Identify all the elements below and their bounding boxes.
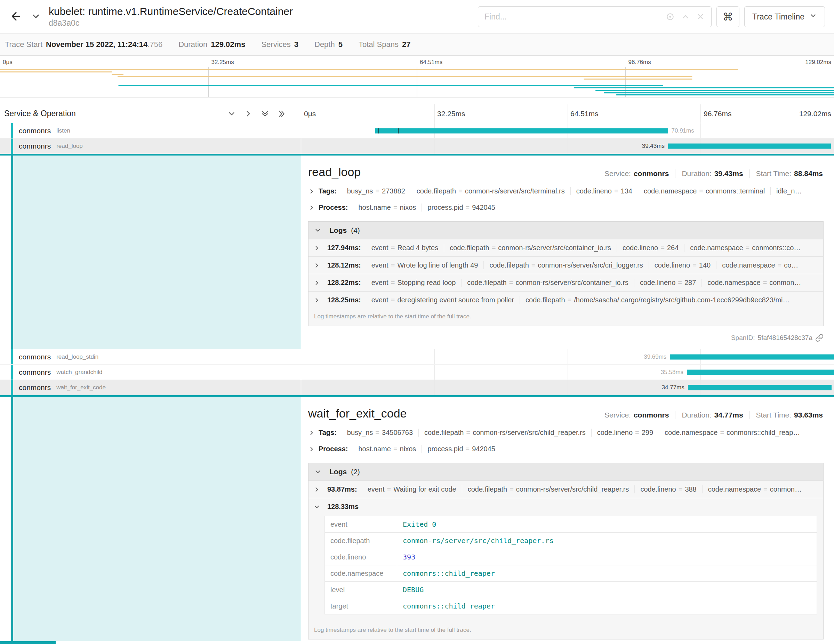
field-value: conmonrs::co… [752, 244, 801, 252]
log-entry[interactable]: 128.22ms:event=Stopping read loopcode.fi… [309, 274, 823, 291]
span-row[interactable]: conmonrsread_loop39.43ms [0, 139, 834, 154]
span-row[interactable]: conmonrsread_loop_stdin39.69ms [0, 350, 834, 365]
trace-summary-bar: Trace StartNovember 15 2022, 11:24:14.75… [0, 33, 834, 56]
collapse-one-icon[interactable] [227, 109, 236, 118]
field-value: conmonrs::child_reap… [727, 429, 800, 436]
field-value: conmonrs::child_reaper [397, 565, 817, 582]
clear-search-icon[interactable] [693, 13, 708, 21]
equals-sign: = [463, 204, 472, 211]
log-entry[interactable]: 93.87ms:event=Waiting for exit codecode.… [309, 481, 823, 498]
logs-section: Logs(4)127.94ms:event=Read 4 bytescode.f… [308, 221, 824, 326]
tag-item: busy_ns=34506763 [341, 429, 419, 437]
span-detail-title: read_loop [308, 165, 360, 179]
span-detail-header: read_loopService:conmonrsDuration:39.43m… [308, 165, 824, 179]
span-duration-bar[interactable] [687, 369, 834, 375]
span-row[interactable]: conmonrswatch_grandchild35.58ms [0, 365, 834, 380]
find-input[interactable] [478, 12, 663, 21]
span-timeline-cell[interactable]: 34.77ms [301, 380, 834, 395]
log-field: code.namespace=conmon… [702, 485, 807, 494]
timeline-tick: 64.51ms [571, 110, 598, 118]
tag-item: code.lineno=134 [571, 187, 638, 195]
chevron-right-icon[interactable] [314, 297, 320, 304]
key-value-table: eventExited 0code.filepathconmon-rs/serv… [325, 516, 817, 615]
log-field: code.namespace=conmon… [701, 279, 807, 287]
meta-duration: Duration:34.77ms [675, 411, 749, 419]
field-value: 393 [397, 549, 817, 565]
summary-item: Duration129.02ms [178, 40, 245, 49]
process-row-label: Process: [318, 445, 348, 453]
chevron-right-icon[interactable] [308, 446, 315, 453]
meta-service: Service:conmonrs [598, 170, 675, 178]
chevron-down-icon[interactable] [314, 503, 320, 510]
chevron-right-icon[interactable] [314, 279, 320, 286]
find-bar [478, 6, 711, 27]
log-field: code.lineno=388 [634, 485, 702, 494]
key-value-row: code.namespaceconmonrs::child_reaper [325, 565, 817, 582]
field-key: code.filepath [417, 187, 456, 195]
span-timeline-cell[interactable]: 39.43ms [301, 139, 834, 154]
span-timeline-cell[interactable]: 70.91ms [301, 123, 834, 138]
field-value: conmon-rs/server/src/container_io.rs [498, 244, 611, 252]
span-detail-meta: Service:conmonrsDuration:39.43msStart Ti… [598, 170, 824, 178]
span-name-cell[interactable]: conmonrsread_loop [0, 139, 301, 154]
logs-header[interactable]: Logs(4) [309, 222, 823, 239]
span-name-cell[interactable]: conmonrslisten [0, 123, 301, 138]
service-color-bar [11, 139, 13, 154]
process-row[interactable]: Process:host.name=nixosprocess.pid=94204… [308, 445, 824, 453]
span-name-cell[interactable]: conmonrsread_loop_stdin [0, 350, 301, 364]
tags-row[interactable]: Tags:busy_ns=273882code.filepath=conmon-… [308, 187, 824, 195]
tags-row[interactable]: Tags:busy_ns=34506763code.filepath=conmo… [308, 429, 824, 437]
field-key: code.filepath [450, 244, 489, 252]
chevron-down-icon [31, 11, 41, 23]
span-detail-gutter [0, 397, 301, 641]
chevron-right-icon[interactable] [308, 204, 315, 211]
collapse-all-icon[interactable] [260, 109, 270, 118]
copy-link-icon[interactable] [815, 334, 824, 342]
field-key: event [372, 261, 388, 269]
trace-view-selector[interactable]: Trace Timeline [744, 6, 825, 27]
field-key: code.lineno [622, 244, 658, 252]
chevron-right-icon[interactable] [314, 262, 320, 269]
logs-header[interactable]: Logs(2) [309, 463, 823, 481]
span-name-cell[interactable]: conmonrswait_for_exit_code [0, 380, 301, 395]
equals-sign: = [456, 187, 465, 195]
span-timeline-cell[interactable]: 39.69ms [301, 350, 834, 364]
span-row[interactable]: conmonrswait_for_exit_code34.77ms [0, 380, 834, 395]
chevron-right-icon[interactable] [308, 429, 315, 436]
chevron-right-icon[interactable] [308, 188, 315, 195]
span-row[interactable]: conmonrslisten70.91ms [0, 123, 834, 139]
span-timeline-cell[interactable]: 35.58ms [301, 365, 834, 380]
equals-sign: = [388, 279, 398, 286]
minimap-canvas[interactable] [0, 67, 834, 97]
field-key: code.lineno [655, 261, 690, 269]
span-duration-bar[interactable] [375, 128, 668, 133]
equals-sign: = [391, 204, 400, 211]
span-duration-bar[interactable] [668, 144, 831, 149]
focus-match-icon[interactable] [663, 12, 678, 21]
log-entry[interactable]: 127.94ms:event=Read 4 bytescode.filepath… [309, 239, 823, 256]
span-name-cell[interactable]: conmonrswatch_grandchild [0, 365, 301, 380]
expand-one-icon[interactable] [244, 109, 253, 118]
log-entry[interactable]: 128.25ms:event=deregistering event sourc… [309, 291, 823, 309]
chevron-right-icon[interactable] [314, 244, 320, 252]
keyboard-shortcuts-button[interactable]: ⌘ [716, 6, 739, 27]
span-duration-bar[interactable] [670, 354, 834, 359]
expand-collapse-controls [227, 109, 301, 118]
log-entry-header[interactable]: 128.33ms [309, 498, 823, 515]
chevron-down-icon[interactable] [314, 227, 322, 234]
tag-item: code.namespace=conmonrs::terminal [638, 187, 770, 195]
process-row[interactable]: Process:host.name=nixosprocess.pid=94204… [308, 204, 824, 212]
field-key: code.lineno [597, 429, 633, 436]
logs-note: Log timestamps are relative to the start… [309, 622, 823, 639]
prev-result-icon[interactable] [678, 12, 693, 21]
chevron-right-icon[interactable] [314, 486, 320, 493]
expand-all-icon[interactable] [277, 109, 286, 118]
back-button[interactable] [6, 10, 26, 24]
log-entry[interactable]: 128.12ms:event=Wrote log line of length … [309, 256, 823, 274]
span-duration-bar[interactable] [688, 385, 832, 390]
span-detail-panel: read_loopService:conmonrsDuration:39.43m… [301, 155, 834, 349]
chevron-down-icon[interactable] [314, 468, 322, 476]
operation-name: wait_for_exit_code [57, 384, 106, 391]
log-fields-table: eventExited 0code.filepathconmon-rs/serv… [309, 515, 823, 622]
collapse-trace-header-toggle[interactable] [26, 11, 45, 23]
